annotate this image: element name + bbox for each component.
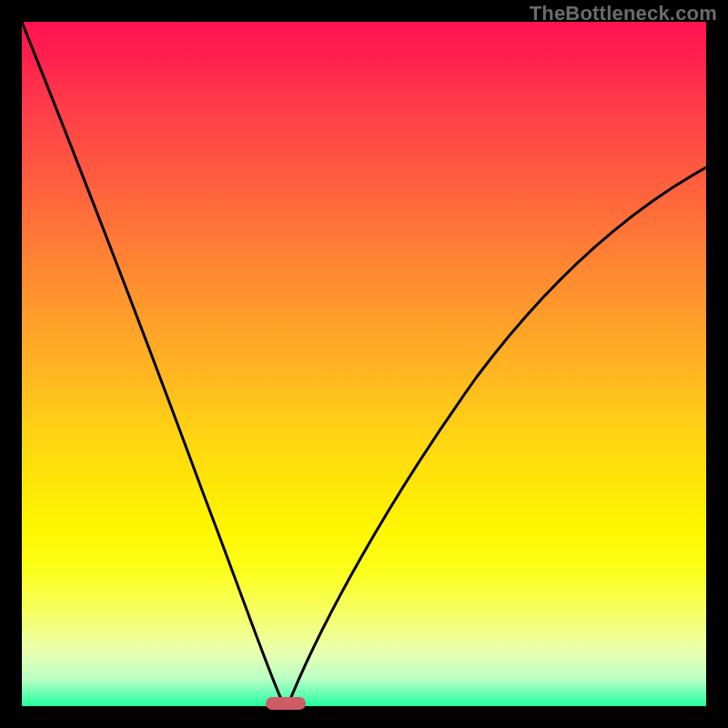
right-curve-path — [286, 167, 706, 706]
minimum-marker — [266, 697, 306, 710]
watermark-text: TheBottleneck.com — [530, 2, 717, 25]
left-curve-path — [22, 22, 286, 706]
curve-lines — [22, 22, 706, 706]
chart-frame: TheBottleneck.com — [0, 0, 728, 728]
